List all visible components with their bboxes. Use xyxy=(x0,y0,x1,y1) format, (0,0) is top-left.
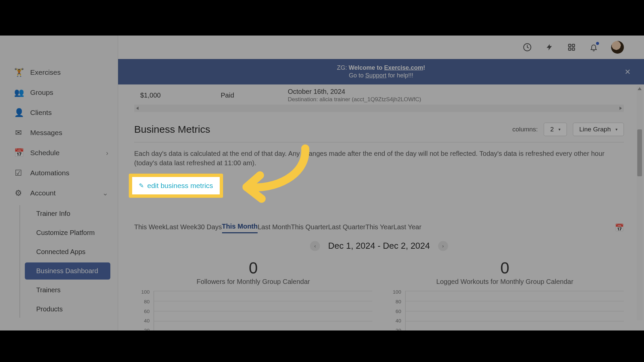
tab-this-year[interactable]: This Year xyxy=(366,223,393,233)
sidebar-item-label: Account xyxy=(30,189,56,197)
chart-plot: 100 80 60 40 20 xyxy=(134,289,372,330)
banner-link-support[interactable]: Support xyxy=(365,72,386,79)
columns-value: 2 xyxy=(550,126,554,133)
date-range-nav: ‹ Dec 1, 2024 - Dec 2, 2024 › xyxy=(134,241,624,251)
ytick: 80 xyxy=(386,299,401,304)
edit-business-metrics-link[interactable]: ✎ edit business metrics xyxy=(129,174,223,198)
person-icon: 👤 xyxy=(14,108,23,117)
ytick: 60 xyxy=(134,308,150,314)
ytick: 100 xyxy=(386,289,401,295)
tab-last-week[interactable]: Last Week xyxy=(166,223,197,233)
ytick: 20 xyxy=(134,327,150,330)
calendar-picker-icon[interactable]: 📅 xyxy=(615,224,624,232)
sidebar-item-schedule[interactable]: 📅 Schedule › xyxy=(0,143,118,163)
gear-icon: ⚙ xyxy=(14,188,23,198)
sidebar-sub-customize-platform[interactable]: Customize Platform xyxy=(25,224,110,241)
banner-text: Welcome to xyxy=(349,64,383,71)
banner-text: for help!!! xyxy=(388,72,413,79)
sidebar-item-label: Automations xyxy=(30,169,69,177)
banner-line-2: Go to Support for help!!! xyxy=(349,72,413,79)
chart-grid xyxy=(154,291,372,330)
tab-last-month[interactable]: Last Month xyxy=(258,223,291,233)
sidebar-sub-trainer-info[interactable]: Trainer Info xyxy=(25,205,110,222)
horizontal-scrollbar[interactable] xyxy=(134,105,624,112)
section-header: Business Metrics columns: 2 ▾ Line Graph… xyxy=(134,123,624,136)
payout-destination: Destination: alicia trainer (acct_1Q9Ztz… xyxy=(288,96,421,103)
dumbbell-icon: 🏋 xyxy=(14,68,23,77)
welcome-banner: ZG: Welcome to Exercise.com! Go to Suppo… xyxy=(118,59,644,84)
sidebar-item-automations[interactable]: ☑ Automations xyxy=(0,163,118,183)
banner-line-1: ZG: Welcome to Exercise.com! xyxy=(337,64,425,71)
mail-icon: ✉ xyxy=(14,128,23,137)
section-description: Each day's data is calculated at the end… xyxy=(134,149,624,168)
sidebar-item-label: Messages xyxy=(30,129,62,137)
ytick: 40 xyxy=(386,318,401,323)
tab-this-month[interactable]: This Month xyxy=(222,223,258,233)
payout-amount: $1,000 xyxy=(140,92,221,99)
sidebar-item-exercises[interactable]: 🏋 Exercises xyxy=(0,62,118,82)
chevron-down-icon: ▾ xyxy=(558,127,560,132)
sidebar-item-label: Schedule xyxy=(30,149,60,157)
sidebar-item-clients[interactable]: 👤 Clients xyxy=(0,103,118,123)
app-viewport: 🏋 Exercises 👥 Groups 👤 Clients ✉ Message… xyxy=(0,36,644,330)
sidebar-sub-connected-apps[interactable]: Connected Apps xyxy=(25,243,110,260)
payout-date: October 16th, 2024 xyxy=(288,88,421,96)
main-content: ZG: Welcome to Exercise.com! Go to Suppo… xyxy=(118,36,644,330)
columns-select[interactable]: 2 ▾ xyxy=(544,123,567,136)
date-range-label: Dec 1, 2024 - Dec 2, 2024 xyxy=(328,241,430,251)
columns-label: columns: xyxy=(512,126,538,133)
chart-label: Logged Workouts for Monthly Group Calend… xyxy=(386,278,624,286)
chart-value: 0 xyxy=(386,259,624,277)
letterbox-top xyxy=(0,0,644,36)
prev-range-button[interactable]: ‹ xyxy=(310,241,320,251)
ytick: 80 xyxy=(134,299,150,304)
y-axis-labels: 100 80 60 40 20 xyxy=(386,289,404,330)
time-range-tabs: This Week Last Week 30 Days This Month L… xyxy=(134,223,624,233)
y-axis-labels: 100 80 60 40 20 xyxy=(134,289,152,330)
sidebar-sub-business-dashboard[interactable]: Business Dashboard xyxy=(25,262,110,280)
chevron-right-icon: › xyxy=(106,149,108,157)
chevron-down-icon: ⌄ xyxy=(102,189,108,197)
sidebar-item-account[interactable]: ⚙ Account ⌄ xyxy=(0,183,118,203)
sidebar-sub-trainers[interactable]: Trainers xyxy=(25,282,110,299)
scrollbar-thumb[interactable] xyxy=(637,129,642,176)
tab-this-quarter[interactable]: This Quarter xyxy=(291,223,328,233)
divider xyxy=(134,142,624,142)
tab-this-week[interactable]: This Week xyxy=(134,223,166,233)
tab-last-year[interactable]: Last Year xyxy=(393,223,421,233)
next-range-button[interactable]: › xyxy=(438,241,448,251)
chart-value: 0 xyxy=(134,259,372,277)
graph-type-select[interactable]: Line Graph ▾ xyxy=(573,123,624,136)
edit-link-label: edit business metrics xyxy=(147,182,213,190)
sidebar: 🏋 Exercises 👥 Groups 👤 Clients ✉ Message… xyxy=(0,36,118,330)
ytick: 20 xyxy=(386,327,401,330)
calendar-icon: 📅 xyxy=(14,148,23,158)
vertical-scrollbar[interactable] xyxy=(637,86,643,320)
banner-link-exercise[interactable]: Exercise.com xyxy=(384,64,423,71)
group-icon: 👥 xyxy=(14,88,23,97)
sidebar-sub-products[interactable]: Products xyxy=(25,301,110,318)
section-title: Business Metrics xyxy=(134,124,210,135)
ytick: 60 xyxy=(386,308,401,314)
sidebar-item-messages[interactable]: ✉ Messages xyxy=(0,123,118,143)
tab-30-days[interactable]: 30 Days xyxy=(197,223,222,233)
section-controls: columns: 2 ▾ Line Graph ▾ xyxy=(512,123,624,136)
tab-last-quarter[interactable]: Last Quarter xyxy=(328,223,365,233)
pencil-icon: ✎ xyxy=(139,182,144,189)
sidebar-item-label: Exercises xyxy=(30,68,61,76)
chart-label: Followers for Monthly Group Calendar xyxy=(134,278,372,286)
sidebar-item-label: Groups xyxy=(30,88,53,97)
chart-grid xyxy=(405,291,624,330)
banner-text: ! xyxy=(423,64,425,71)
letterbox-bottom xyxy=(0,330,644,362)
close-icon[interactable]: ✕ xyxy=(625,68,631,76)
payout-row: $1,000 Paid October 16th, 2024 Destinati… xyxy=(134,86,624,105)
payout-status: Paid xyxy=(221,92,288,99)
chart-followers: 0 Followers for Monthly Group Calendar 1… xyxy=(134,259,372,330)
sidebar-item-label: Clients xyxy=(30,109,52,117)
graph-type-value: Line Graph xyxy=(579,126,611,133)
sidebar-item-groups[interactable]: 👥 Groups xyxy=(0,82,118,103)
chevron-down-icon: ▾ xyxy=(615,127,618,132)
banner-text: Go to xyxy=(349,72,364,79)
ytick: 40 xyxy=(134,318,150,323)
